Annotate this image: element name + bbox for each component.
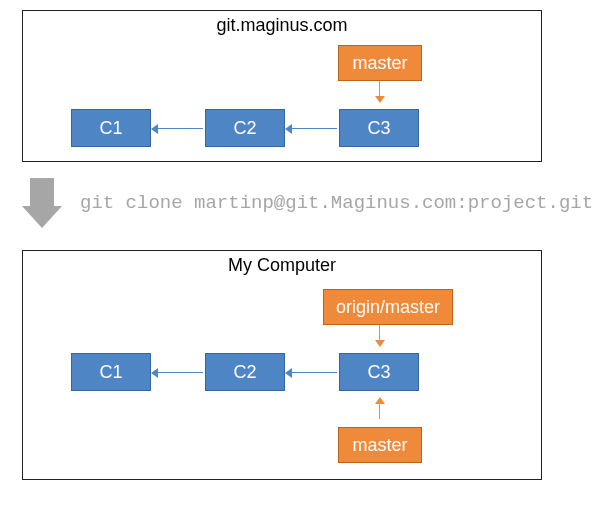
arrow-local-c2-c1-icon	[153, 372, 203, 373]
arrow-c2-c1-icon	[153, 128, 203, 129]
remote-title: git.maginus.com	[216, 15, 347, 36]
git-command: git clone martinp@git.Maginus.com:projec…	[80, 192, 593, 214]
arrow-origin-master-down-icon	[379, 325, 380, 345]
local-panel: My Computer origin/master C1 C2 C3 maste…	[22, 250, 542, 480]
arrow-master-down-icon	[379, 81, 380, 101]
arrow-master-up-icon	[379, 399, 380, 419]
local-commit-c3: C3	[339, 353, 419, 391]
remote-commit-c3: C3	[339, 109, 419, 147]
arrow-c3-c2-icon	[287, 128, 337, 129]
remote-branch-master: master	[338, 45, 422, 81]
local-branch-master: master	[338, 427, 422, 463]
local-title: My Computer	[228, 255, 336, 276]
remote-commit-c1: C1	[71, 109, 151, 147]
remote-panel: git.maginus.com master C1 C2 C3	[22, 10, 542, 162]
local-commit-c2: C2	[205, 353, 285, 391]
local-commit-c1: C1	[71, 353, 151, 391]
remote-commit-c2: C2	[205, 109, 285, 147]
local-branch-origin-master: origin/master	[323, 289, 453, 325]
arrow-local-c3-c2-icon	[287, 372, 337, 373]
